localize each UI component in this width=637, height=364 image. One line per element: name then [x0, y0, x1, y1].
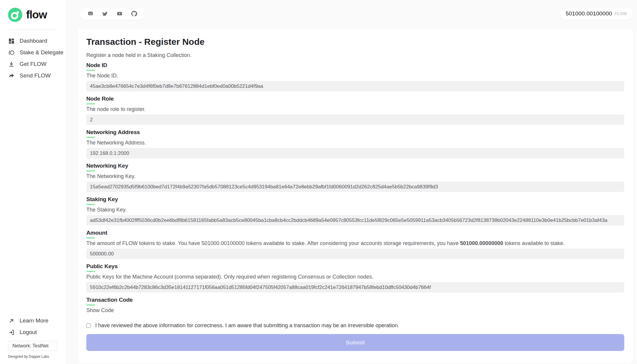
stake-delegate-icon: [8, 49, 15, 56]
field-label: Node Role: [86, 96, 114, 102]
sidebar-item-send-flow[interactable]: Send FLOW: [8, 71, 66, 80]
label-underline: [86, 271, 95, 272]
account-balance-pill[interactable]: 501000.00100000 FLOW: [560, 7, 633, 20]
field-description: The Networking Address.: [86, 139, 624, 146]
sidebar-item-logout[interactable]: Logout: [8, 328, 66, 337]
credit-text: Designed by Dapper Labs: [0, 355, 66, 359]
sidebar-item-learn-more[interactable]: Learn More: [8, 316, 66, 325]
field-node-role: Node Role The node role to register.: [86, 96, 624, 125]
sidebar-item-label: Get FLOW: [20, 61, 47, 67]
label-underline: [86, 237, 95, 239]
external-link-icon: [8, 317, 15, 324]
sidebar-item-label: Send FLOW: [20, 72, 51, 79]
amount-input[interactable]: [86, 249, 624, 259]
twitter-icon[interactable]: [102, 11, 108, 17]
send-icon: [8, 72, 15, 79]
field-label: Transaction Code: [86, 297, 133, 303]
submit-button[interactable]: Submit: [86, 334, 624, 351]
topbar: 501000.00100000 FLOW: [67, 0, 637, 20]
sidebar-footer: Learn More Logout: [0, 316, 66, 337]
field-amount: Amount The amount of FLOW tokens to stak…: [86, 230, 624, 259]
field-networking-key: Networking Key The Networking Key.: [86, 163, 624, 192]
node-role-input[interactable]: [86, 115, 624, 125]
label-underline: [86, 204, 95, 205]
sidebar-item-dashboard[interactable]: Dashboard: [8, 36, 66, 45]
field-label: Staking Key: [86, 196, 118, 203]
field-label: Networking Address: [86, 129, 140, 136]
logout-icon: [8, 329, 15, 336]
label-underline: [86, 70, 95, 71]
field-description: The node role to register.: [86, 106, 624, 112]
dashboard-icon: [8, 38, 15, 44]
networking-address-input[interactable]: [86, 148, 624, 158]
field-label: Node ID: [86, 62, 107, 69]
networking-key-input[interactable]: [86, 182, 624, 192]
transaction-form-card: Transaction - Register Node Register a n…: [78, 29, 633, 364]
download-icon: [8, 61, 15, 68]
field-description: The Staking Key.: [86, 206, 624, 213]
public-keys-input[interactable]: [86, 282, 624, 293]
sidebar-spacer: [0, 80, 66, 316]
field-description: The Node ID.: [86, 72, 624, 79]
flow-logo-text: flow: [26, 9, 47, 21]
discord-icon[interactable]: [87, 11, 94, 17]
flow-logo[interactable]: flow: [0, 8, 66, 22]
youtube-icon[interactable]: [116, 11, 123, 17]
network-badge: Network: TestNet: [8, 341, 58, 351]
field-transaction-code: Transaction Code Show Code: [86, 297, 624, 314]
field-description: Public Keys for the Machine Account (com…: [86, 274, 624, 280]
field-staking-key: Staking Key The Staking Key.: [86, 196, 624, 225]
staking-key-input[interactable]: [86, 215, 624, 225]
field-networking-address: Networking Address The Networking Addres…: [86, 129, 624, 158]
confirmation-label: I have reviewed the above information fo…: [95, 322, 399, 329]
show-code-toggle[interactable]: Show Code: [86, 307, 114, 314]
field-description: The amount of FLOW tokens to stake. You …: [86, 240, 624, 247]
confirmation-checkbox[interactable]: [86, 323, 91, 328]
field-public-keys: Public Keys Public Keys for the Machine …: [86, 263, 624, 293]
label-underline: [86, 137, 95, 138]
label-underline: [86, 170, 95, 171]
sidebar: flow Dashboard Stake & Delegate: [0, 0, 67, 364]
sidebar-item-stake-delegate[interactable]: Stake & Delegate: [8, 48, 66, 57]
main-content: 501000.00100000 FLOW Transaction - Regis…: [67, 0, 637, 364]
social-links-pill: [80, 7, 145, 20]
field-label: Amount: [86, 230, 107, 236]
sidebar-divider: [8, 30, 57, 30]
field-node-id: Node ID The Node ID.: [86, 62, 624, 91]
confirmation-row: I have reviewed the above information fo…: [86, 322, 624, 329]
flow-logo-icon: [8, 8, 22, 22]
balance-amount: 501000.00100000: [566, 10, 612, 17]
field-description: The Networking Key.: [86, 173, 624, 179]
balance-currency: FLOW: [615, 11, 627, 16]
field-label: Networking Key: [86, 163, 128, 169]
available-balance-bold: 501000.00000000: [460, 240, 503, 246]
sidebar-item-get-flow[interactable]: Get FLOW: [8, 60, 66, 69]
sidebar-item-label: Stake & Delegate: [20, 49, 63, 56]
github-icon[interactable]: [131, 11, 137, 17]
label-underline: [86, 103, 95, 104]
node-id-input[interactable]: [86, 81, 624, 91]
page-title: Transaction - Register Node: [86, 36, 624, 47]
field-label: Public Keys: [86, 263, 118, 270]
sidebar-nav: Dashboard Stake & Delegate Get FLOW: [0, 36, 66, 80]
sidebar-item-label: Logout: [20, 329, 37, 336]
sidebar-item-label: Dashboard: [20, 38, 47, 44]
sidebar-item-label: Learn More: [20, 317, 48, 324]
form-subtitle: Register a node held in a Staking Collec…: [86, 52, 624, 58]
